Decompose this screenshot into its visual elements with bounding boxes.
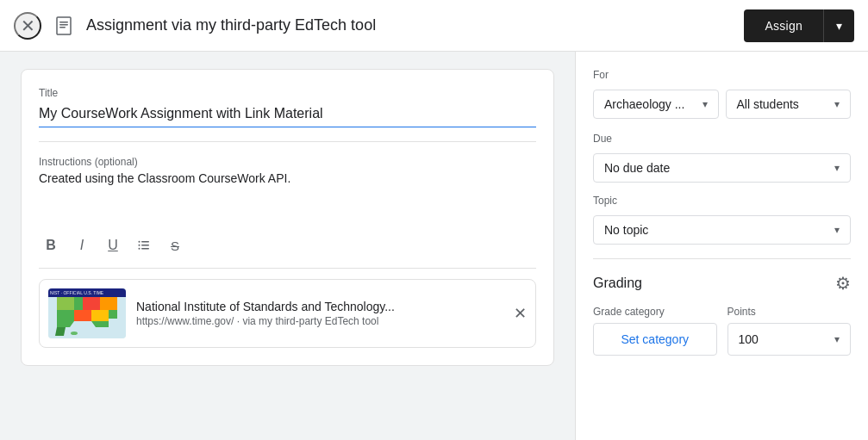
svg-rect-6: [141, 248, 149, 250]
for-dropdowns: Archaeology ... ▾ All students ▾: [593, 90, 851, 119]
students-value: All students: [737, 97, 799, 111]
topic-dropdown[interactable]: No topic ▾: [593, 215, 851, 245]
topic-dropdown-chevron: ▾: [834, 224, 840, 236]
topbar: ✕ Assignment via my third-party EdTech t…: [0, 0, 868, 52]
svg-marker-19: [91, 310, 109, 321]
points-col: Points 100 ▾: [727, 306, 852, 356]
for-label: For: [593, 69, 851, 81]
link-info: National Institute of Standards and Tech…: [136, 300, 503, 327]
main-content: Title Instructions (optional) Created us…: [0, 52, 868, 440]
link-title[interactable]: National Institute of Standards and Tech…: [136, 300, 503, 313]
class-value: Archaeology ...: [604, 97, 684, 111]
title-input[interactable]: [39, 102, 536, 127]
svg-marker-12: [57, 321, 61, 327]
svg-point-14: [71, 332, 78, 335]
topbar-actions: Assign ▾: [744, 9, 854, 42]
due-date-value: No due date: [604, 161, 670, 175]
svg-marker-15: [83, 297, 100, 310]
due-label: Due: [593, 133, 851, 145]
bold-button[interactable]: B: [39, 233, 63, 257]
svg-marker-17: [57, 297, 74, 310]
topic-label: Topic: [593, 195, 851, 207]
svg-rect-0: [57, 17, 71, 34]
students-dropdown[interactable]: All students ▾: [726, 90, 852, 119]
title-label: Title: [39, 87, 536, 99]
svg-marker-13: [55, 327, 66, 336]
topic-value: No topic: [604, 223, 648, 237]
italic-button[interactable]: I: [70, 233, 94, 257]
doc-icon: [52, 14, 76, 38]
instructions-field-group: Instructions (optional) Created using th…: [39, 156, 536, 223]
due-section: Due No due date ▾: [593, 133, 851, 183]
left-panel: Title Instructions (optional) Created us…: [0, 52, 575, 440]
set-category-button[interactable]: Set category: [593, 323, 717, 356]
svg-rect-4: [141, 241, 149, 243]
points-dropdown-chevron: ▾: [834, 333, 840, 345]
svg-rect-5: [141, 245, 149, 246]
svg-rect-2: [59, 24, 68, 26]
grade-row: Grade category Set category Points 100 ▾: [593, 306, 851, 356]
link-thumbnail: NIST · OFFICIAL U.S. TIME: [48, 288, 126, 338]
title-field-group: Title: [39, 87, 536, 127]
topic-section: Topic No topic ▾: [593, 195, 851, 245]
toolbar-divider: [39, 268, 536, 269]
class-dropdown-chevron: ▾: [703, 98, 708, 110]
assignment-form-card: Title Instructions (optional) Created us…: [21, 69, 554, 366]
grading-divider: [593, 258, 851, 259]
students-dropdown-chevron: ▾: [834, 98, 840, 110]
points-value: 100: [739, 332, 759, 346]
gear-icon[interactable]: ⚙: [835, 273, 851, 294]
points-label: Points: [727, 306, 852, 318]
formatting-toolbar: B I U S: [39, 233, 536, 257]
svg-point-9: [139, 248, 141, 250]
assign-dropdown-button[interactable]: ▾: [823, 9, 854, 42]
svg-point-8: [139, 245, 141, 246]
title-divider: [39, 141, 536, 142]
instructions-text[interactable]: Created using the Classroom CourseWork A…: [39, 171, 536, 223]
close-button[interactable]: ✕: [14, 12, 41, 40]
grading-title: Grading: [593, 276, 642, 291]
svg-rect-1: [59, 22, 68, 23]
due-date-dropdown[interactable]: No due date ▾: [593, 153, 851, 183]
svg-text:NIST · OFFICIAL U.S. TIME: NIST · OFFICIAL U.S. TIME: [50, 290, 104, 295]
grade-category-col: Grade category Set category: [593, 306, 717, 356]
svg-marker-16: [100, 297, 117, 310]
right-panel: For Archaeology ... ▾ All students ▾ Due…: [575, 52, 868, 440]
chevron-down-icon: ▾: [836, 19, 842, 33]
svg-point-7: [139, 241, 141, 243]
list-button[interactable]: [132, 233, 156, 257]
grade-category-label: Grade category: [593, 306, 717, 318]
svg-rect-3: [59, 27, 66, 28]
svg-marker-18: [74, 310, 91, 321]
instructions-label: Instructions (optional): [39, 156, 536, 168]
underline-button[interactable]: U: [101, 233, 125, 257]
grading-header: Grading ⚙: [593, 273, 851, 294]
assign-button[interactable]: Assign: [744, 9, 823, 42]
attachment-close-button[interactable]: ✕: [514, 304, 527, 323]
class-dropdown[interactable]: Archaeology ... ▾: [593, 90, 719, 119]
due-dropdown-chevron: ▾: [834, 162, 840, 174]
link-attachment: NIST · OFFICIAL U.S. TIME National Insti…: [39, 279, 536, 348]
page-title: Assignment via my third-party EdTech too…: [86, 16, 734, 34]
link-url: https://www.time.gov/ · via my third-par…: [136, 315, 503, 327]
points-dropdown[interactable]: 100 ▾: [727, 323, 852, 356]
strikethrough-button[interactable]: S: [163, 233, 187, 257]
